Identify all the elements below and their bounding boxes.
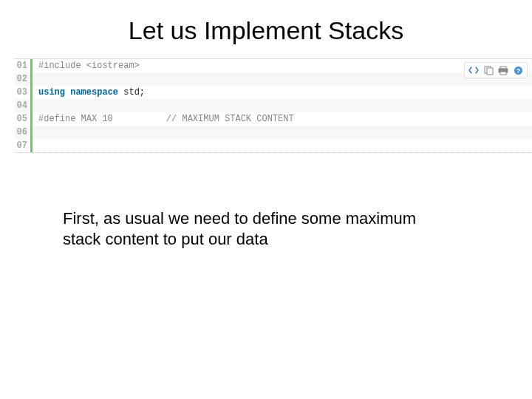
copy-icon[interactable] [482,64,494,76]
view-source-icon[interactable] [468,64,480,76]
code-line: 01#include <iostream> [15,59,532,72]
line-number: 02 [15,72,33,86]
line-number: 05 [15,112,33,126]
print-icon[interactable] [497,64,509,76]
slide-caption: First, as usual we need to define some m… [63,208,454,249]
line-number: 03 [15,86,33,99]
line-number: 07 [15,139,33,152]
code-line: 06 [15,126,532,139]
code-line: 05#define MAX 10 // MAXIMUM STACK CONTEN… [15,112,532,126]
svg-rect-4 [500,72,506,75]
code-line: 03using namespace std; [15,86,532,99]
code-line: 02 [15,72,532,86]
code-content: #include <iostream> [33,59,140,72]
slide-title: Let us Implement Stacks [0,0,532,58]
code-line: 04 [15,99,532,112]
help-icon[interactable]: ? [512,64,524,76]
code-content: using namespace std; [33,86,145,99]
code-content: #define MAX 10 // MAXIMUM STACK CONTENT [33,112,294,126]
code-block: ? 01#include <iostream>0203using namespa… [15,58,532,153]
line-number: 01 [15,59,33,72]
code-line: 07 [15,139,532,152]
code-content [33,99,38,112]
line-number: 06 [15,126,33,139]
svg-rect-1 [487,68,493,75]
code-content [33,72,38,86]
code-content [33,139,38,152]
code-content [33,126,38,139]
code-toolbar: ? [464,62,528,78]
line-number: 04 [15,99,33,112]
svg-text:?: ? [516,66,520,74]
